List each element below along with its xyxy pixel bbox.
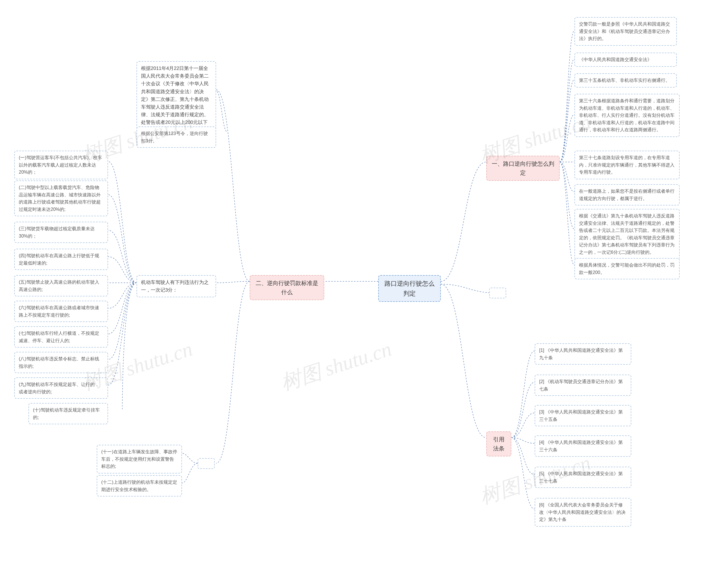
branch-b-sub2-item[interactable]: (五)驾驶禁止驶入高速公路的机动车驶入高速公路的; (14, 275, 108, 296)
branch-c-leaf[interactable]: [3] 《中华人民共和国道路交通安全法》第三十五条 (535, 405, 631, 426)
branch-c-leaf[interactable]: [4] 《中华人民共和国道路交通安全法》第三十六条 (535, 435, 631, 457)
empty-branch-mid (489, 287, 506, 298)
branch-b-sub2-item[interactable]: (三)驾驶货车载物超过核定载质量未达30%的； (14, 222, 108, 243)
branch-a-leaf[interactable]: 根据《交通法》第九十条机动车驾驶人违反道路交通安全法律、法规关于道路通行规定的，… (574, 209, 680, 260)
branch-b-sub2-item[interactable]: (六)驾驶机动车在高速公路或者城市快速路上不按规定车道行驶的; (14, 301, 108, 322)
branch-c-leaf[interactable]: [1] 《中华人民共和国道路交通安全法》第九十条 (535, 343, 631, 365)
branch-b-sub2-item[interactable]: (一)驾驶营运客车(不包括公共汽车)、校车以外的载客汽车载人超过核定人数未达20… (14, 151, 108, 179)
branch-a-leaf[interactable]: 《中华人民共和国道路交通安全法》 (574, 53, 677, 67)
branch-a-leaf[interactable]: 交警罚款一般是参照《中华人民共和国道路交通安全法》和《机动车驾驶员交通违章记分办… (574, 17, 677, 46)
branch-b-sub2[interactable]: 机动车驾驶人有下列违法行为之一，一次记3分： (137, 275, 216, 297)
branch-a-leaf[interactable]: 根据具体情况，交警可能会做出不同的处罚，罚款一般200。 (574, 258, 680, 280)
branch-b-sub1-child[interactable]: 根据公安部第123号令，逆向行驶扣3分。 (137, 127, 216, 148)
branch-c[interactable]: 引用法条 (486, 431, 511, 456)
branch-b[interactable]: 二、逆向行驶罚款标准是什么 (250, 275, 324, 300)
branch-b-sub3-item[interactable]: (十二)上道路行驶的机动车未按规定定期进行安全技术检验的。 (97, 475, 182, 496)
branch-a-label: 一、路口逆向行驶怎么判定 (492, 161, 554, 176)
branch-a-leaf[interactable]: 第三十五条机动车、非机动车实行右侧通行。 (574, 73, 677, 88)
root-title: 路口逆向行驶怎么判定 (384, 280, 435, 297)
branch-b-empty-sub (198, 458, 215, 469)
root-node[interactable]: 路口逆向行驶怎么判定 (378, 275, 441, 302)
branch-b-sub2-item[interactable]: (九)驾驶机动车不按规定超车、让行的，或者逆向行驶的; (14, 377, 108, 399)
branch-c-leaf[interactable]: [5] 《中华人民共和国道路交通安全法》第三十七条 (535, 467, 631, 488)
watermark: 树图 shutu.cn (277, 335, 395, 397)
branch-a-leaf[interactable]: 第三十六条根据道路条件和通行需要，道路划分为机动车道、非机动车道和人行道的，机动… (574, 94, 680, 137)
branch-b-sub2-item[interactable]: (十)驾驶机动车违反规定牵引挂车的; (28, 403, 108, 424)
branch-a-leaf[interactable]: 第三十七条道路划设专用车道的，在专用车道内，只准许规定的车辆通行，其他车辆不得进… (574, 151, 680, 179)
branch-a-leaf[interactable]: 在一般道路上，如果您不是按右侧通行或者单行道规定的方向行驶，都属于逆行。 (574, 184, 680, 206)
branch-b-sub2-item[interactable]: (七)驾驶机动车行经人行横道，不按规定减速、停车、避让行人的; (14, 326, 108, 347)
branch-c-leaf[interactable]: [2] 《机动车驾驶员交通违章记分办法》第七条 (535, 374, 631, 396)
branch-a[interactable]: 一、路口逆向行驶怎么判定 (486, 156, 560, 181)
branch-c-leaf[interactable]: [6] 《全国人民代表大会常务委员会关于修改〈中华人民共和国道路交通安全法〉的决… (535, 498, 631, 527)
branch-b-sub2-item[interactable]: (四)驾驶机动车在高速公路上行驶低于规定最低时速的; (14, 249, 108, 270)
branch-c-label: 引用法条 (493, 436, 504, 452)
branch-b-sub2-item[interactable]: (八)驾驶机动车违反禁令标志、禁止标线指示的; (14, 352, 108, 373)
branch-b-label: 二、逆向行驶罚款标准是什么 (256, 280, 318, 295)
branch-b-sub3-item[interactable]: (十一)在道路上车辆发生故障、事故停车后，不按规定使用灯光和设置警告标志的; (97, 445, 182, 473)
branch-b-sub2-item[interactable]: (二)驾驶中型以上载客载货汽车、危险物品运输车辆在高速公路、城市快速路以外的道路… (14, 181, 108, 216)
